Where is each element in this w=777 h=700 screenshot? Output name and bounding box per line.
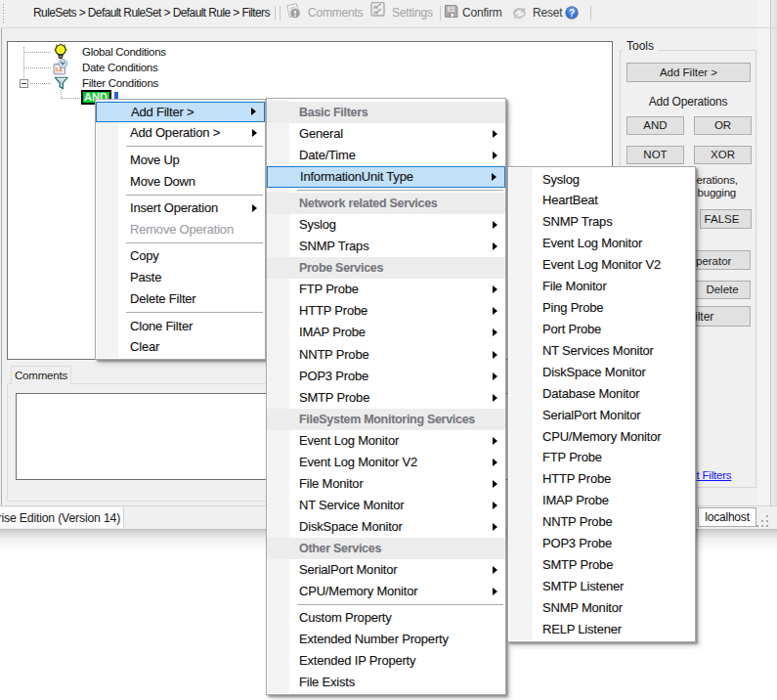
svg-text:?: ? (569, 8, 575, 19)
